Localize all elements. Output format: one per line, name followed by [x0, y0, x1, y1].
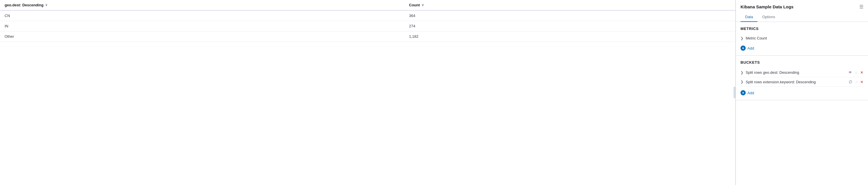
panel-menu-icon[interactable]: ☰ — [859, 4, 863, 9]
buckets-section: Buckets ❯ Split rows geo.dest: Descendin… — [736, 56, 868, 100]
metric-count-label: Metric Count — [746, 36, 767, 41]
panel-body: Metrics ❯ Metric Count + Add Buckets ❯ S… — [736, 22, 868, 185]
bucket-geo-actions: 👁 = ✕ — [848, 70, 863, 75]
edit-bucket-ext-icon[interactable]: ∅ — [849, 80, 852, 84]
sort-icon-geo-dest: ∨ — [45, 3, 48, 7]
chevron-bucket-ext-icon[interactable]: ❯ — [741, 80, 743, 84]
bucket-geo-split-label: Split rows — [746, 70, 762, 75]
bucket-ext-detail-text: extension.keyword: Descending — [763, 80, 816, 84]
bucket-geo-detail-text: geo.dest: Descending — [763, 70, 799, 75]
remove-bucket-ext-icon[interactable]: ✕ — [860, 80, 863, 84]
column-geo-dest-label: geo.dest: Descending — [5, 3, 43, 7]
tab-data[interactable]: Data — [741, 12, 757, 22]
add-metric-button[interactable]: + Add — [741, 46, 863, 51]
panel-tabs: Data Options — [741, 12, 863, 22]
metrics-section: Metrics ❯ Metric Count + Add — [736, 22, 868, 56]
action-divider-2: = — [855, 80, 857, 84]
column-count[interactable]: Count ∨ — [404, 0, 735, 10]
add-bucket-icon: + — [741, 90, 746, 96]
column-geo-dest[interactable]: geo.dest: Descending ∨ — [0, 0, 404, 10]
add-bucket-button[interactable]: + Add — [741, 90, 863, 96]
cell-count-in: 274 — [404, 21, 735, 31]
action-divider: = — [855, 70, 857, 75]
bucket-item-extension: ❯ Split rows extension.keyword: Descendi… — [741, 77, 863, 87]
metrics-title: Metrics — [741, 27, 863, 31]
cell-geo-cn: CN — [0, 10, 404, 21]
panel-header: Kibana Sample Data Logs ☰ Data Options — [736, 0, 868, 22]
sort-icon-count: ∨ — [422, 3, 424, 7]
table-container: geo.dest: Descending ∨ Count ∨ CN — [0, 0, 735, 185]
bucket-ext-label: Split rows extension.keyword: Descending — [746, 80, 846, 84]
data-table: geo.dest: Descending ∨ Count ∨ CN — [0, 0, 735, 42]
add-metric-icon: + — [741, 46, 746, 51]
panel-title: Kibana Sample Data Logs — [741, 4, 794, 9]
metric-item: ❯ Metric Count — [741, 34, 863, 42]
table-row: CN 364 — [0, 10, 735, 21]
column-count-label: Count — [409, 3, 420, 7]
bucket-geo-label: Split rows geo.dest: Descending — [746, 70, 846, 75]
remove-bucket-geo-icon[interactable]: ✕ — [860, 70, 863, 75]
chevron-bucket-geo-icon[interactable]: ❯ — [741, 71, 743, 75]
main-content: geo.dest: Descending ∨ Count ∨ CN — [0, 0, 736, 185]
drag-handle[interactable] — [734, 87, 735, 98]
cell-count-cn: 364 — [404, 10, 735, 21]
buckets-title: Buckets — [741, 60, 863, 64]
cell-geo-in: IN — [0, 21, 404, 31]
cell-count-other: 1,182 — [404, 31, 735, 42]
cell-geo-other: Other — [0, 31, 404, 42]
table-row: IN 274 — [0, 21, 735, 31]
visibility-icon[interactable]: 👁 — [848, 70, 852, 75]
bucket-ext-split-label: Split rows — [746, 80, 762, 84]
tab-options[interactable]: Options — [757, 12, 780, 22]
chevron-right-icon[interactable]: ❯ — [741, 36, 743, 41]
panel-title-row: Kibana Sample Data Logs ☰ — [741, 4, 863, 9]
add-metric-label: Add — [747, 46, 754, 50]
bucket-item-geo: ❯ Split rows geo.dest: Descending 👁 = ✕ — [741, 68, 863, 77]
bucket-ext-actions: ∅ = ✕ — [849, 80, 863, 84]
add-bucket-label: Add — [747, 91, 754, 95]
table-row: Other 1,182 — [0, 31, 735, 42]
right-panel: Kibana Sample Data Logs ☰ Data Options M… — [736, 0, 868, 185]
